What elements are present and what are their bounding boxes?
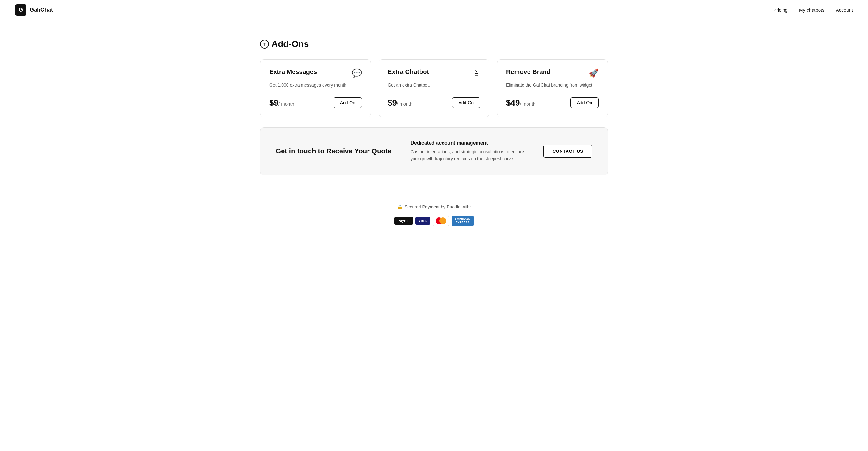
footer: 🔒 Secured Payment by Paddle with: PayPal… bbox=[260, 194, 608, 241]
card-title-2: Extra Chatbot bbox=[388, 68, 429, 76]
header: G GaliChat Pricing My chatbots Account bbox=[0, 0, 868, 20]
quote-title: Get in touch to Receive Your Quote bbox=[276, 146, 392, 156]
rocket-icon: 🚀 bbox=[589, 68, 599, 78]
main-content: + Add-Ons Extra Messages 💬 Get 1,000 ext… bbox=[245, 20, 623, 260]
addon-button-2[interactable]: Add-On bbox=[452, 97, 480, 108]
nav-pricing[interactable]: Pricing bbox=[773, 7, 788, 12]
card-price-2: $9/ month bbox=[388, 98, 412, 108]
addon-card-extra-chatbot: Extra Chatbot 🖱 Get an extra Chatbot. $9… bbox=[378, 59, 490, 117]
nav-account[interactable]: Account bbox=[836, 7, 853, 12]
addon-button-1[interactable]: Add-On bbox=[334, 97, 362, 108]
cursor-icon: 🖱 bbox=[472, 68, 480, 78]
payment-icons: PayPal VISA AMERICANEXPRESS bbox=[260, 216, 608, 226]
logo-area[interactable]: G GaliChat bbox=[15, 4, 53, 16]
lock-icon: 🔒 bbox=[397, 204, 403, 209]
logo-name: GaliChat bbox=[30, 7, 53, 13]
amex-badge: AMERICANEXPRESS bbox=[452, 216, 474, 226]
main-nav: Pricing My chatbots Account bbox=[773, 7, 853, 12]
card-header-2: Extra Chatbot 🖱 bbox=[388, 68, 480, 78]
card-desc-2: Get an extra Chatbot. bbox=[388, 82, 480, 89]
addon-card-extra-messages: Extra Messages 💬 Get 1,000 extra message… bbox=[260, 59, 371, 117]
paypal-badge: PayPal bbox=[394, 217, 412, 224]
quote-right: Dedicated account management Custom inte… bbox=[410, 140, 524, 162]
card-desc-3: Eliminate the GaliChat branding from wid… bbox=[506, 82, 599, 89]
addon-button-3[interactable]: Add-On bbox=[570, 97, 599, 108]
message-icon: 💬 bbox=[352, 68, 362, 78]
nav-my-chatbots[interactable]: My chatbots bbox=[799, 7, 825, 12]
addon-cards-grid: Extra Messages 💬 Get 1,000 extra message… bbox=[260, 59, 608, 117]
section-title: + Add-Ons bbox=[260, 39, 608, 49]
card-footer-1: $9/ month Add-On bbox=[269, 97, 362, 108]
card-footer-3: $49/ month Add-On bbox=[506, 97, 599, 108]
card-header-3: Remove Brand 🚀 bbox=[506, 68, 599, 78]
card-header-1: Extra Messages 💬 bbox=[269, 68, 362, 78]
mastercard-badge bbox=[433, 216, 449, 226]
quote-feature-desc: Custom integrations, and strategic consu… bbox=[410, 148, 524, 162]
logo-icon: G bbox=[15, 4, 27, 16]
quote-feature-title: Dedicated account management bbox=[410, 140, 524, 146]
visa-badge: VISA bbox=[415, 217, 430, 224]
quote-section: Get in touch to Receive Your Quote Dedic… bbox=[260, 127, 608, 175]
card-price-3: $49/ month bbox=[506, 98, 535, 108]
card-desc-1: Get 1,000 extra messages every month. bbox=[269, 82, 362, 89]
card-footer-2: $9/ month Add-On bbox=[388, 97, 480, 108]
card-price-1: $9/ month bbox=[269, 98, 294, 108]
quote-left: Get in touch to Receive Your Quote bbox=[276, 146, 392, 156]
addon-card-remove-brand: Remove Brand 🚀 Eliminate the GaliChat br… bbox=[497, 59, 608, 117]
card-title-1: Extra Messages bbox=[269, 68, 317, 76]
contact-us-button[interactable]: CONTACT US bbox=[543, 145, 592, 158]
secure-payment-text: 🔒 Secured Payment by Paddle with: bbox=[260, 204, 608, 209]
plus-circle-icon: + bbox=[260, 40, 269, 49]
card-title-3: Remove Brand bbox=[506, 68, 551, 76]
